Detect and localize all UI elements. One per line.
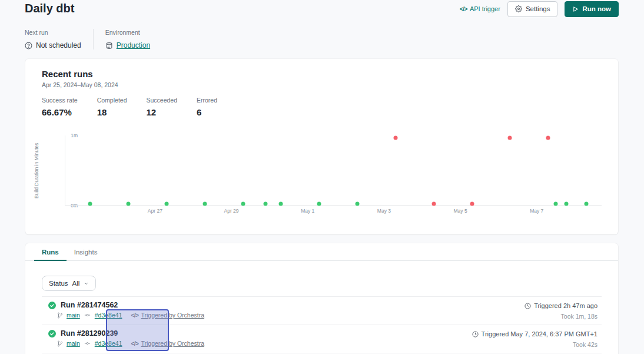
chevron-down-icon <box>84 281 89 286</box>
run-row[interactable]: Run #281474562 main #d3e8e41 </> Trigger… <box>42 297 602 325</box>
chart-y-axis-label: Build Duration in Minutes <box>34 135 42 206</box>
recent-runs-title: Recent runs <box>42 69 93 79</box>
chart-xtick: Apr 29 <box>224 208 239 214</box>
environment-label: Environment <box>105 29 150 36</box>
run-triggered-time: Triggered 2h 47m ago <box>534 302 597 309</box>
chart-point-error[interactable] <box>546 135 550 140</box>
commit-link[interactable]: #d3e8e41 <box>95 312 122 319</box>
run-title: Run #281474562 <box>61 301 118 309</box>
environment-block: Environment Production <box>105 29 150 49</box>
commit-icon <box>84 312 91 318</box>
chart-point-error[interactable] <box>393 135 397 140</box>
chart-point-success[interactable] <box>264 201 268 206</box>
settings-label: Settings <box>526 5 550 12</box>
code-icon: </> <box>131 340 138 347</box>
chart-point-success[interactable] <box>554 201 558 206</box>
recent-runs-date-range: Apr 25, 2024–May 08, 2024 <box>42 81 118 88</box>
run-duration: Took 1m, 18s <box>525 313 597 320</box>
status-filter-label: Status <box>49 280 68 287</box>
clock-icon <box>525 303 531 309</box>
chart-point-success[interactable] <box>241 201 245 206</box>
code-icon: </> <box>460 6 467 12</box>
build-duration-chart[interactable]: Apr 27Apr 29May 1May 3May 5May 7 <box>65 135 602 206</box>
stat-succeeded: Succeeded 12 <box>146 97 177 117</box>
play-icon <box>572 6 579 12</box>
code-icon: </> <box>131 312 138 319</box>
chart-xtick: May 3 <box>377 208 391 214</box>
run-success-status-icon <box>48 330 56 338</box>
git-branch-icon <box>57 340 63 347</box>
commit-icon <box>84 340 91 346</box>
run-triggered-time: Triggered May 7, 2024, 6:37 PM GMT+1 <box>482 330 597 338</box>
status-filter-value: All <box>72 280 80 287</box>
recent-runs-card: Recent runs Apr 25, 2024–May 08, 2024 Su… <box>25 59 618 234</box>
run-now-label: Run now <box>582 5 611 12</box>
run-now-button[interactable]: Run now <box>565 1 619 17</box>
tab-insights[interactable]: Insights <box>67 243 105 260</box>
chart-point-success[interactable] <box>279 201 283 206</box>
run-row[interactable]: Run #281290239 main #d3e8e41 </> Trigger… <box>42 325 602 353</box>
chart-xtick: May 7 <box>530 208 543 214</box>
commit-link[interactable]: #d3e8e41 <box>95 340 122 347</box>
runs-card: Runs Insights Status All Run #281474562 <box>25 243 618 354</box>
chart-point-success[interactable] <box>203 201 207 206</box>
runs-list: Run #281474562 main #d3e8e41 </> Trigger… <box>42 296 602 353</box>
next-run-block: Next run Not scheduled <box>25 29 81 49</box>
run-title: Run #281290239 <box>61 329 118 338</box>
chart-point-error[interactable] <box>431 201 436 206</box>
chart-point-success[interactable] <box>585 201 589 206</box>
status-filter-dropdown[interactable]: Status All <box>42 276 96 291</box>
chart-xtick: May 1 <box>301 208 314 214</box>
gear-icon <box>515 5 522 12</box>
stats-row: Success rate 66.67% Completed 18 Succeed… <box>42 97 218 117</box>
next-run-value: Not scheduled <box>36 41 81 49</box>
branch-link[interactable]: main <box>67 312 80 319</box>
chart-point-success[interactable] <box>564 201 568 206</box>
help-circle-icon <box>25 42 32 49</box>
api-trigger-label: API trigger <box>470 5 500 12</box>
meta-divider <box>93 29 94 49</box>
header-actions: </> API trigger Settings Run now <box>460 1 619 17</box>
run-success-status-icon <box>48 302 56 309</box>
tab-runs[interactable]: Runs <box>34 243 67 260</box>
database-icon <box>105 42 113 49</box>
job-meta-row: Next run Not scheduled Environment <box>25 29 150 49</box>
settings-button[interactable]: Settings <box>507 1 558 17</box>
environment-link[interactable]: Production <box>117 41 150 49</box>
page-title: Daily dbt <box>25 2 74 15</box>
trigger-source-link[interactable]: Triggered by Orchestra <box>141 340 204 347</box>
chart-point-success[interactable] <box>126 201 130 206</box>
stat-success-rate: Success rate 66.67% <box>42 97 78 117</box>
chart-point-success[interactable] <box>356 201 360 206</box>
branch-link[interactable]: main <box>67 340 80 347</box>
trigger-source-link[interactable]: Triggered by Orchestra <box>141 312 204 319</box>
chart-point-success[interactable] <box>317 201 321 206</box>
tab-bar: Runs Insights <box>25 243 618 261</box>
chart-point-error[interactable] <box>470 201 474 206</box>
git-branch-icon <box>57 312 63 319</box>
chart-xtick: Apr 27 <box>148 208 162 214</box>
chart-point-success[interactable] <box>88 201 92 206</box>
api-trigger-link[interactable]: </> API trigger <box>460 5 500 12</box>
clock-icon <box>472 331 479 338</box>
chart-point-success[interactable] <box>164 201 168 206</box>
stat-completed: Completed 18 <box>97 97 127 117</box>
next-run-label: Next run <box>25 29 81 36</box>
run-duration: Took 42s <box>472 341 597 348</box>
stat-errored: Errored 6 <box>197 97 218 117</box>
chart-point-error[interactable] <box>508 135 512 140</box>
chart-xtick: May 5 <box>454 208 467 214</box>
